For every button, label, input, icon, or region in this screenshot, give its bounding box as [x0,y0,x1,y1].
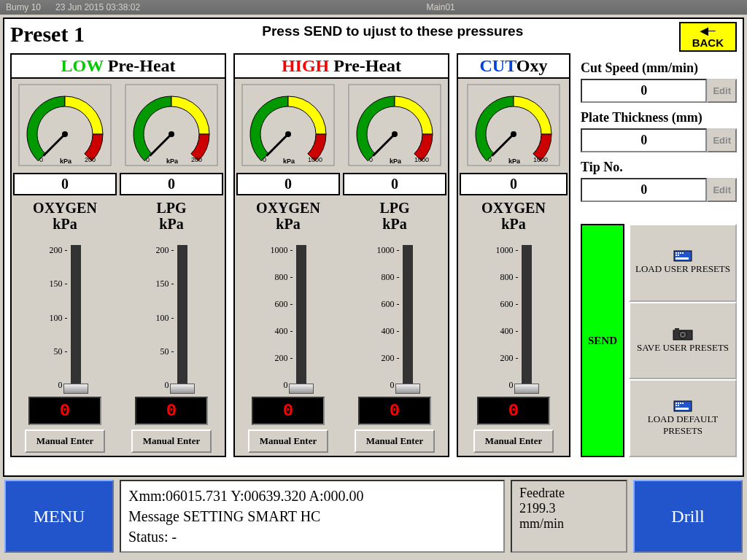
svg-text:kPa: kPa [508,158,521,165]
low-lpg-ticks: 200 -150 -100 -50 -0 - [156,245,174,391]
svg-text:0: 0 [488,156,492,163]
back-button[interactable]: ◀─ BACK [679,22,737,52]
screen-name: Main01 [140,2,741,12]
svg-text:1000: 1000 [533,156,548,163]
load-default-presets-button[interactable]: LOAD DEFAULT PRESETS [629,379,737,457]
high-oxy-manual-button[interactable]: Manual Enter [248,429,328,453]
slider-handle[interactable] [63,384,88,394]
low-lpg-readout: 0 [120,173,223,195]
cutspeed-label: Cut Speed (mm/min) [581,61,737,76]
svg-rect-41 [675,328,679,331]
svg-rect-49 [676,408,689,410]
parameters-column: Cut Speed (mm/min) 0 Edit Plate Thicknes… [578,53,737,457]
svg-point-20 [392,131,398,137]
high-oxy-slider[interactable] [296,245,306,391]
svg-point-2 [62,131,68,137]
low-oxy-slider[interactable] [71,245,81,391]
save-user-presets-button[interactable]: SAVE USER PRESETS [629,302,737,380]
slider-handle[interactable] [514,384,539,394]
cut-oxy-column: OXYGENkPa 1000 -800 -600 -400 -200 -0 - … [458,197,569,456]
feedrate-box: Feedrate 2199.3 mm/min [511,480,627,553]
high-lpg-manual-button[interactable]: Manual Enter [355,429,435,453]
preset-title: Preset 1 [10,22,85,47]
low-header: LOW Pre-Heat [12,55,225,79]
low-oxy-readout: 0 [13,173,117,195]
status-line: Status: - [128,526,496,547]
high-lpg-digital: 0 [358,397,431,425]
drill-button[interactable]: Drill [633,480,743,553]
high-preheat-group: HIGH Pre-Heat 01000kPa 01000kPa 0 0 OXYG… [233,53,449,457]
high-oxy-column: OXYGENkPa 1000 -800 -600 -400 -200 -0 - … [235,197,341,456]
status-box: Xmm:06015.731 Y:00639.320 A:000.00 Messa… [120,480,505,553]
keyboard-icon [673,400,692,412]
cut-header: CUTOxy [458,55,569,79]
svg-text:kPa: kPa [390,158,402,165]
svg-rect-34 [682,252,684,254]
svg-rect-46 [682,402,684,404]
high-oxy-ticks: 1000 -800 -600 -400 -200 -0 - [271,245,293,391]
svg-rect-37 [676,257,689,260]
coord-line: Xmm:06015.731 Y:00639.320 A:000.00 [128,486,496,506]
message-line: Message SETTING SMART HC [128,506,496,526]
slider-handle[interactable] [170,384,195,394]
svg-text:1000: 1000 [308,156,322,163]
cut-oxy-manual-button[interactable]: Manual Enter [473,429,554,453]
cut-oxy-group: CUTOxy 01000kPa 0 OXYGENkPa 1000 -800 -6… [457,53,570,457]
high-lpg-ticks: 1000 -800 -600 -400 -200 -0 - [377,245,400,391]
svg-point-26 [511,131,516,137]
slider-handle[interactable] [289,384,314,394]
svg-text:200: 200 [85,156,96,163]
low-preheat-group: LOW Pre-Heat 0200kPa 0200kPa 0 0 OXYGENk… [10,53,226,457]
app-name: Burny 10 [6,2,41,12]
svg-text:kPa: kPa [60,158,72,165]
svg-point-14 [285,131,291,137]
svg-text:kPa: kPa [166,158,179,165]
high-lpg-column: LPGkPa 1000 -800 -600 -400 -200 -0 - 0 M… [341,197,448,456]
low-oxy-manual-button[interactable]: Manual Enter [25,429,105,453]
svg-rect-31 [676,252,677,254]
send-button[interactable]: SEND [581,224,624,457]
slider-handle[interactable] [395,384,420,394]
bottom-bar: MENU Xmm:06015.731 Y:00639.320 A:000.00 … [0,480,747,553]
menu-button[interactable]: MENU [4,480,114,553]
cut-oxy-digital: 0 [477,397,550,425]
svg-rect-44 [678,402,679,404]
cutspeed-value: 0 [581,79,707,103]
plate-value: 0 [581,128,707,152]
low-oxy-column: OXYGENkPa 200 -150 -100 -50 -0 - 0 Manua… [12,197,118,456]
camera-icon [672,327,694,341]
plate-label: Plate Thickness (mm) [581,110,737,125]
svg-text:0: 0 [263,156,266,163]
plate-edit-button[interactable]: Edit [707,128,737,152]
svg-text:0: 0 [369,156,373,163]
low-lpg-column: LPGkPa 200 -150 -100 -50 -0 - 0 Manual E… [118,197,225,456]
cut-oxy-ticks: 1000 -800 -600 -400 -200 -0 - [496,245,519,391]
low-lpg-slider[interactable] [177,245,187,391]
keyboard-icon [673,250,692,262]
low-lpg-manual-button[interactable]: Manual Enter [131,429,212,453]
svg-rect-45 [680,402,681,404]
titlebar: Burny 10 23 Jun 2015 03:38:02 Main01 [0,0,747,15]
svg-point-8 [169,131,174,137]
low-lpg-gauge: 0200kPa [118,79,225,171]
instruction-text: Press SEND to ujust to these pressures [107,23,679,39]
svg-text:kPa: kPa [283,158,295,165]
high-header: HIGH Pre-Heat [235,55,448,79]
svg-point-40 [681,333,684,336]
low-oxy-gauge: 0200kPa [12,79,118,171]
high-lpg-gauge: 01000kPa [341,79,448,171]
tip-value: 0 [581,178,707,202]
svg-rect-35 [676,254,677,256]
svg-text:0: 0 [39,156,43,163]
tip-edit-button[interactable]: Edit [707,178,737,202]
high-lpg-slider[interactable] [403,245,413,391]
svg-rect-32 [678,252,679,254]
load-user-presets-button[interactable]: LOAD USER PRESETS [629,224,737,302]
svg-text:0: 0 [146,156,150,163]
svg-rect-33 [680,252,681,254]
svg-rect-43 [676,402,677,404]
low-oxy-digital: 0 [28,397,101,425]
cutspeed-edit-button[interactable]: Edit [707,79,737,103]
cut-oxy-slider[interactable] [522,245,532,391]
back-label: BACK [692,36,724,49]
